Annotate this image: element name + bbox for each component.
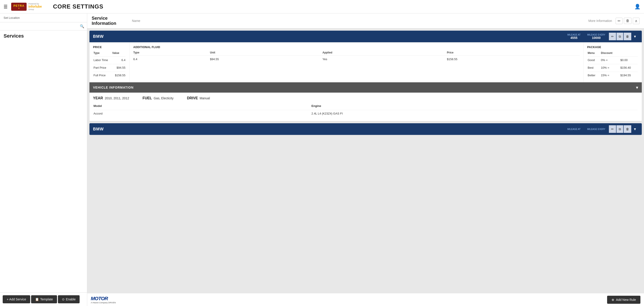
package-section-title: PACKAGE (587, 46, 638, 49)
price-col-type: Type (94, 52, 112, 56)
card-2-copy-button[interactable]: ⧉ (616, 125, 623, 133)
price-type: Part Price (94, 64, 112, 71)
vehicle-info-body: YEAR 2010, 2011, 2012 FUEL Gas, Electici… (90, 92, 642, 121)
content-area: Service Information Name More Informatio… (87, 14, 644, 306)
template-button[interactable]: 📋 Template (31, 295, 57, 303)
price-section-title: PRICE (93, 46, 126, 49)
drive-stat: DRIVE Manual (187, 96, 210, 100)
vehicle-info-chevron-icon[interactable]: ▾ (636, 85, 638, 90)
mileage-every-label: MILEAGE EVERY (587, 34, 605, 36)
search-input[interactable] (3, 24, 80, 28)
vehicle-table: Model Engine Accord2.4L L4 (K23Z4) GAS F… (93, 104, 638, 118)
mileage-every-2-label: MILEAGE EVERY (587, 128, 605, 130)
bmw-card-header: BMW MILEAGE AT 4555 MILEAGE EVERY 10000 … (90, 31, 642, 42)
bmw-card-2-header: BMW MILEAGE AT MILEAGE EVERY ✏ ⧉ (90, 123, 642, 135)
bmw-service-card-2: BMW MILEAGE AT MILEAGE EVERY ✏ ⧉ (90, 123, 642, 135)
card-body: PRICE Type Value Labor Time6.4Part Price… (90, 42, 642, 82)
fuel-stat: FUEL Gas, Electicity (142, 96, 173, 100)
package-price: $0.00 (620, 56, 638, 64)
mileage-at-2-stat: MILEAGE AT (567, 128, 580, 130)
price-col-value: Value (112, 52, 126, 56)
motor-logo-content: MOTOR A Hearst Company DRIVEN (91, 296, 116, 304)
price-row: Labor Time6.4 (94, 56, 126, 64)
package-discount: 15% = (601, 72, 620, 79)
bottom-bar: MOTOR A Hearst Company DRIVEN ⊕ Add New … (87, 293, 644, 306)
package-menu: Best (588, 64, 600, 71)
add-new-rule-label: Add New Rule (616, 298, 636, 302)
card-edit-button[interactable]: ✏ (609, 33, 616, 40)
price-row: Part Price$94.55 (94, 64, 126, 71)
price-section: PRICE Type Value Labor Time6.4Part Price… (90, 42, 130, 82)
year-label: YEAR (93, 96, 103, 100)
mileage-at-label: MILEAGE AT (567, 34, 580, 36)
set-location[interactable]: Set Location (0, 14, 87, 22)
vehicle-engine: 2.4L L4 (K23Z4) GAS FI (312, 110, 638, 117)
delete-button[interactable]: 🗑 (624, 18, 632, 24)
fluid-col-price: Price (447, 51, 580, 56)
price-value: 6.4 (112, 56, 126, 64)
bmw-service-card-1: BMW MILEAGE AT 4555 MILEAGE EVERY 10000 … (90, 31, 642, 121)
sidebar: Set Location 🔍 Services + Add Service 📋 … (0, 14, 87, 306)
logo-container: PETRA ▼ Powered by inforlube Group (11, 3, 42, 11)
package-section: PACKAGE Menu Discount Good0% =$0.00Best (584, 42, 642, 82)
fluid-price: $158.55 (447, 56, 580, 63)
package-discount: 0% = (601, 56, 620, 64)
collapse-button[interactable]: ∧ (633, 18, 640, 24)
year-stat: YEAR 2010, 2011, 2012 (93, 96, 129, 100)
vehicle-info-header: VEHICLE INFORMATION ▾ (90, 82, 642, 92)
fluid-col-applied: Applied (322, 51, 447, 56)
add-service-button[interactable]: + Add Service (3, 295, 30, 303)
price-table: Type Value Labor Time6.4Part Price$94.55… (93, 51, 126, 79)
vehicle-model: Accord (94, 110, 311, 117)
drive-value: Manual (200, 96, 210, 100)
menu-icon[interactable]: ☰ (4, 4, 8, 10)
vehicle-col-model: Model (94, 104, 311, 110)
add-new-rule-icon: ⊕ (612, 298, 614, 302)
petra-logo: PETRA ▼ (11, 3, 26, 11)
vehicle-stats: YEAR 2010, 2011, 2012 FUEL Gas, Electici… (93, 96, 638, 100)
fluid-table: Type Unit Applied Price 6.4$94.55Yes$158… (133, 51, 580, 63)
card-2-expand-button[interactable]: ▾ (632, 125, 638, 133)
card-2-delete-button[interactable]: 🗑 (624, 125, 631, 133)
package-menu: Better (588, 72, 600, 79)
more-information-label: More Information (588, 19, 612, 22)
fuel-label: FUEL (142, 96, 152, 100)
card-2-header-stats: MILEAGE AT MILEAGE EVERY (567, 128, 605, 130)
fluid-type: 6.4 (133, 56, 210, 63)
card-expand-button[interactable]: ▾ (632, 33, 638, 40)
template-label: Template (40, 298, 53, 301)
price-value: $94.55 (112, 64, 126, 71)
mileage-at-2-label: MILEAGE AT (567, 128, 580, 130)
package-col-menu: Menu (588, 52, 600, 56)
fluid-unit: $94.55 (210, 56, 322, 63)
card-header-stats: MILEAGE AT 4555 MILEAGE EVERY 10000 (567, 34, 605, 40)
petra-text: PETRA (14, 4, 24, 8)
drive-label: DRIVE (187, 96, 198, 100)
card-copy-button[interactable]: ⧉ (616, 33, 623, 40)
mileage-at-stat: MILEAGE AT 4555 (567, 34, 580, 40)
app-header: ☰ PETRA ▼ Powered by inforlube Group COR… (0, 0, 644, 14)
add-new-rule-button[interactable]: ⊕ Add New Rule (607, 296, 641, 304)
search-icon[interactable]: 🔍 (80, 24, 84, 28)
card-delete-button[interactable]: 🗑 (624, 33, 631, 40)
price-value: $158.55 (112, 72, 126, 79)
page-title: CORE SETTINGS (53, 3, 103, 10)
year-value: 2010, 2011, 2012 (105, 96, 129, 100)
fluid-row: 6.4$94.55Yes$158.55 (133, 56, 580, 63)
fluid-col-unit: Unit (210, 51, 322, 56)
fluid-col-type: Type (133, 51, 210, 56)
bmw-card-title: BMW (93, 34, 104, 39)
card-2-header-actions: ✏ ⧉ 🗑 ▾ (609, 125, 638, 133)
user-avatar-icon[interactable]: 👤 (634, 4, 640, 10)
vehicle-info-title: VEHICLE INFORMATION (93, 86, 134, 89)
template-icon: 📋 (35, 298, 39, 301)
card-2-edit-button[interactable]: ✏ (609, 125, 616, 133)
edit-button[interactable]: ✏ (616, 18, 622, 24)
package-price: $156.40 (620, 64, 638, 71)
package-row: Better15% =$194.55 (588, 72, 638, 79)
mileage-at-value: 4555 (567, 36, 580, 40)
sidebar-footer: + Add Service 📋 Template ⊙ Enable (0, 292, 87, 306)
fuel-value: Gas, Electicity (154, 96, 174, 100)
fluid-section: ADDITIONAL FLUID Type Unit Applied Price (130, 42, 584, 82)
enable-button[interactable]: ⊙ Enable (58, 295, 80, 303)
